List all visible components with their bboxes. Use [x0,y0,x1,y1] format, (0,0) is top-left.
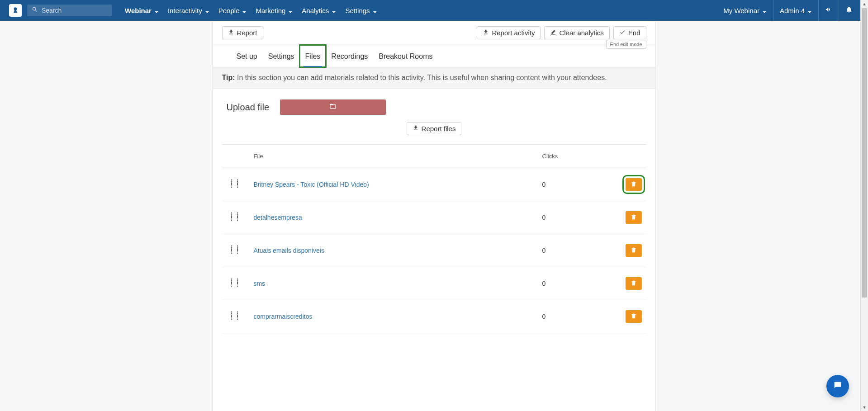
download-icon [228,29,237,37]
eraser-icon [550,29,559,37]
notifications-button[interactable] [839,0,859,21]
delete-button[interactable] [626,310,642,323]
files-table: File Clicks ⋮⋮⋮⋮ Britney Spears - Toxic … [213,144,655,333]
announcements-button[interactable] [819,0,839,21]
drag-handle-icon[interactable]: ⋮⋮⋮⋮ [222,213,240,220]
download-icon [413,125,422,132]
trash-icon [631,247,637,255]
chevron-down-icon [205,8,209,13]
tab-setup[interactable]: Set up [231,45,263,67]
trash-icon [631,280,637,288]
nav-settings[interactable]: Settings [341,0,381,21]
delete-button[interactable] [626,244,642,257]
clicks-value: 0 [542,247,610,254]
nav-interactivity[interactable]: Interactivity [163,0,214,21]
chevron-down-icon [242,8,247,13]
delete-button[interactable] [626,178,642,191]
end-button[interactable]: End [613,26,646,39]
drag-handle-icon[interactable]: ⋮⋮⋮⋮ [222,180,240,187]
tab-breakout-rooms[interactable]: Breakout Rooms [373,45,438,67]
bell-icon [845,6,853,15]
upload-section: Upload file [213,89,655,118]
delete-button[interactable] [626,211,642,224]
nav-my-webinar[interactable]: My Webinar [717,0,773,21]
file-link[interactable]: Britney Spears - Toxic (Official HD Vide… [254,181,369,188]
clear-analytics-button[interactable]: Clear analytics [544,26,609,39]
scrollbar[interactable]: ▲ ▼ [860,0,868,411]
trash-icon [631,214,637,222]
chevron-down-icon [807,8,812,13]
drag-handle-icon[interactable]: ⋮⋮⋮⋮ [222,246,240,253]
upload-file-button[interactable] [280,99,386,115]
clicks-value: 0 [542,214,610,221]
tab-recordings[interactable]: Recordings [326,45,373,67]
scroll-up-arrow[interactable]: ▲ [861,0,868,8]
file-link[interactable]: Atuais emails disponiveis [254,247,324,254]
app-logo[interactable] [9,4,22,17]
report-button[interactable]: Report [222,26,263,39]
report-activity-button[interactable]: Report activity [477,26,541,39]
tip-message: Tip: In this section you can add materia… [213,67,655,89]
nav-admin[interactable]: Admin 4 [773,0,818,21]
file-link[interactable]: sms [254,280,266,287]
clicks-value: 0 [542,181,610,188]
page-content: Report Report activity Clear analytics E… [213,21,656,411]
topbar-right: My Webinar Admin 4 [717,0,859,21]
col-file-header: File [247,153,542,160]
report-files-button[interactable]: Report files [407,122,462,135]
check-icon [619,29,628,37]
tab-files[interactable]: Files [300,45,326,67]
col-clicks-header: Clicks [542,153,610,160]
chat-icon [832,380,843,392]
chat-widget-button[interactable] [826,375,849,397]
activity-tabs: Set up Settings Files Recordings Breakou… [213,45,655,67]
activity-toolbar: Report Report activity Clear analytics E… [213,21,655,45]
download-icon [483,29,492,37]
table-row: ⋮⋮⋮⋮ Atuais emails disponiveis 0 [222,234,646,267]
file-link[interactable]: detalhesempresa [254,214,302,221]
chevron-down-icon [154,8,159,13]
table-row: ⋮⋮⋮⋮ Britney Spears - Toxic (Official HD… [222,168,646,201]
chevron-down-icon [332,8,336,13]
report-files-row: Report files [213,118,655,144]
search-input[interactable] [42,7,108,14]
search-icon [32,6,42,14]
table-row: ⋮⋮⋮⋮ sms 0 [222,267,646,300]
table-row: ⋮⋮⋮⋮ comprarmaiscreditos 0 [222,300,646,333]
nav-analytics[interactable]: Analytics [297,0,341,21]
chevron-down-icon [288,8,293,13]
main-nav: Webinar Interactivity People Marketing A… [120,0,382,21]
tip-text: In this section you can add materials re… [237,74,607,81]
file-link[interactable]: comprarmaiscreditos [254,313,313,320]
clicks-value: 0 [542,280,610,287]
nav-people[interactable]: People [214,0,251,21]
top-navbar: Webinar Interactivity People Marketing A… [0,0,868,21]
table-row: ⋮⋮⋮⋮ detalhesempresa 0 [222,201,646,234]
table-header: File Clicks [222,144,646,168]
trash-icon [631,181,637,189]
chevron-down-icon [762,8,767,13]
clicks-value: 0 [542,313,610,320]
scrollbar-thumb[interactable] [862,8,867,298]
trash-icon [631,313,637,321]
megaphone-icon [825,6,832,15]
tab-settings[interactable]: Settings [263,45,300,67]
scroll-down-arrow[interactable]: ▼ [861,403,868,411]
nav-marketing[interactable]: Marketing [251,0,297,21]
folder-open-icon [328,103,337,112]
tip-label: Tip: [222,74,235,81]
drag-handle-icon[interactable]: ⋮⋮⋮⋮ [222,279,240,286]
upload-label: Upload file [227,102,270,113]
drag-handle-icon[interactable]: ⋮⋮⋮⋮ [222,312,240,319]
delete-button[interactable] [626,277,642,290]
search-field[interactable] [27,5,112,16]
chevron-down-icon [373,8,377,13]
nav-webinar[interactable]: Webinar [120,0,163,21]
